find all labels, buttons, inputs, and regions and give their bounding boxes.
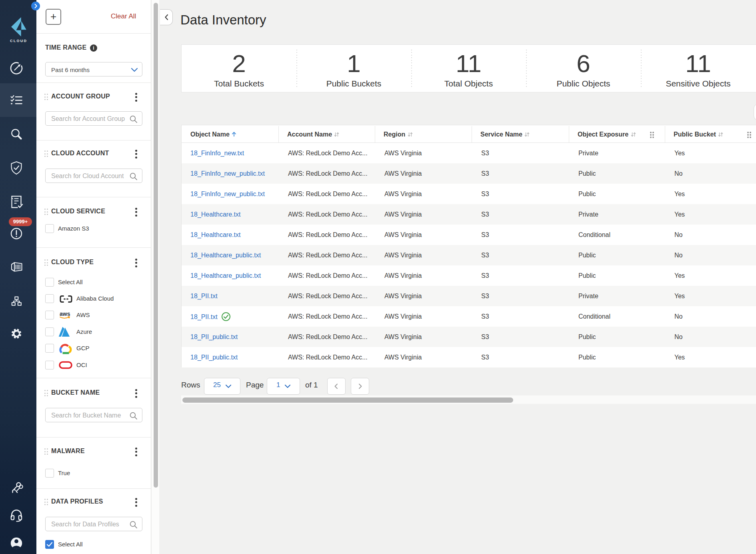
svg-text:aws: aws — [60, 311, 70, 317]
